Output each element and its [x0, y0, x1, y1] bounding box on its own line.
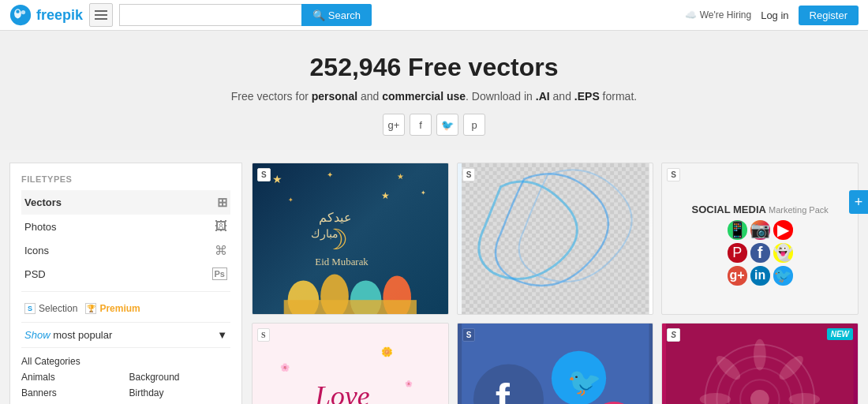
grid-item-love[interactable]: S 🌸 🌼 🌸 🌼 Love Married 🌻 🌻	[252, 323, 449, 404]
svg-text:☽: ☽	[323, 224, 348, 256]
filetypes-label: FILETYPES	[21, 174, 230, 184]
linkedin-icon: in	[750, 266, 770, 286]
login-button[interactable]: Log in	[761, 9, 788, 21]
trophy-icon: 🏆	[87, 305, 95, 312]
google-plus-icon[interactable]: g+	[383, 114, 405, 136]
register-button[interactable]: Register	[799, 6, 859, 25]
vectors-icon: ⊞	[217, 195, 227, 210]
social-apps-grid: 📱 📷 ▶ P f 👻 g+	[728, 220, 793, 286]
logo-text: freepik	[36, 7, 83, 24]
photos-icon: 🖼	[215, 219, 227, 234]
svg-point-3	[21, 10, 25, 14]
facebook-icon: f	[750, 243, 770, 263]
search-button[interactable]: 🔍 Search	[301, 4, 372, 26]
all-categories-item[interactable]: All Categories	[21, 354, 230, 368]
svg-point-16	[350, 280, 382, 314]
svg-text:✦: ✦	[327, 170, 333, 179]
filetype-icons[interactable]: Icons ⌘	[21, 238, 230, 263]
filetype-vectors-label: Vectors	[24, 196, 62, 208]
filetype-psd[interactable]: PSD Ps	[21, 263, 230, 285]
filetype-vectors[interactable]: Vectors ⊞	[21, 190, 230, 215]
shutterstock-badge-fb: S	[462, 328, 476, 342]
selection-label: Selection	[39, 303, 77, 314]
svg-text:Eid Mubarak: Eid Mubarak	[315, 256, 369, 267]
svg-text:★: ★	[272, 173, 282, 185]
show-popular-text: Show most popular	[24, 329, 112, 341]
categories-grid: All Categories Animals Background Banner…	[21, 354, 230, 404]
pinterest-share-icon[interactable]: p	[463, 114, 485, 136]
shutterstock-badge: S	[257, 168, 271, 181]
premium-label: Premium	[99, 303, 140, 314]
shutterstock-badge-love: S	[257, 328, 270, 342]
google-plus-social-icon: g+	[728, 266, 747, 286]
category-animals[interactable]: Animals	[21, 370, 123, 384]
stars-decoration: ★ ★ ✦ ✦ ★ ✦ ☽ عيدكم مبارك Eid Mubarak	[253, 163, 448, 314]
svg-text:عيدكم: عيدكم	[319, 211, 352, 225]
svg-text:Love: Love	[314, 380, 369, 404]
cloud-icon: ☁️	[685, 9, 697, 21]
grid-item-facebook[interactable]: S f 🐦 📷	[457, 323, 654, 404]
hiring-link[interactable]: ☁️ We're Hiring	[685, 9, 751, 21]
svg-text:✦: ✦	[421, 189, 426, 196]
logo-icon	[9, 4, 32, 26]
svg-point-17	[383, 276, 411, 314]
grid-item-wave[interactable]: S	[457, 163, 654, 315]
search-button-label: Search	[328, 9, 361, 21]
svg-point-14	[288, 280, 320, 314]
grid-item-social-media[interactable]: S SOCIAL MEDIA Marketing Pack 📱 📷 ▶ P	[661, 163, 859, 315]
svg-rect-23	[462, 163, 649, 314]
wave-decoration	[458, 163, 653, 314]
twitter-share-icon[interactable]: 🐦	[436, 114, 458, 136]
svg-text:★: ★	[381, 190, 390, 201]
svg-text:🌸: 🌸	[405, 380, 413, 387]
grid-item-eid[interactable]: S ★ ★ ✦ ✦ ★ ✦ ☽ عيدكم مبارك Eid Mubarak	[252, 163, 449, 315]
selection-checkbox[interactable]: S Selection	[24, 303, 77, 314]
shutterstock-badge-pink: S	[667, 328, 680, 342]
hero-title: 252,946 Free vectors	[16, 53, 852, 82]
svg-text:✦: ✦	[288, 196, 294, 204]
shutterstock-badge-social: S	[667, 168, 680, 181]
hamburger-menu[interactable]	[89, 3, 113, 27]
chevron-down-icon: ▼	[217, 329, 227, 341]
selection-checkbox-box: S	[24, 303, 36, 314]
show-popular-dropdown[interactable]: Show most popular ▼	[21, 322, 230, 348]
grid-item-pink-pattern[interactable]: S NEW	[661, 323, 859, 404]
search-input[interactable]	[119, 4, 301, 26]
shutterstock-badge-wave: S	[462, 168, 476, 181]
love-decoration: 🌸 🌼 🌸 🌼 Love Married 🌻 🌻	[253, 324, 448, 404]
hero-description: Free vectors for personal and commercial…	[16, 90, 852, 103]
svg-point-15	[320, 275, 349, 314]
filetype-photos[interactable]: Photos 🖼	[21, 215, 230, 238]
svg-text:🐦: 🐦	[567, 365, 601, 398]
category-banners[interactable]: Banners	[21, 386, 123, 400]
logo: freepik	[9, 4, 83, 26]
svg-text:مبارك: مبارك	[311, 228, 339, 241]
category-birthday[interactable]: Birthday	[129, 386, 231, 400]
facebook-share-icon[interactable]: f	[410, 114, 432, 136]
psd-icon: Ps	[212, 267, 227, 280]
hiring-text: We're Hiring	[700, 9, 751, 21]
youtube-icon: ▶	[773, 220, 793, 240]
svg-text:★: ★	[397, 172, 404, 181]
svg-text:🌼: 🌼	[381, 346, 393, 357]
svg-point-2	[16, 9, 19, 13]
new-badge: NEW	[827, 328, 853, 340]
filetype-icons-label: Icons	[24, 245, 49, 256]
premium-checkbox[interactable]: 🏆 Premium	[85, 303, 140, 314]
content-grid: S ★ ★ ✦ ✦ ★ ✦ ☽ عيدكم مبارك Eid Mubarak	[242, 163, 859, 404]
header: freepik 🔍 Search ☁️ We're Hiring Log in …	[0, 0, 868, 31]
main-content: FILETYPES Vectors ⊞ Photos 🖼 Icons ⌘ PSD…	[0, 150, 868, 404]
filetype-psd-label: PSD	[24, 268, 46, 280]
twitter-icon: 🐦	[773, 266, 793, 286]
category-background[interactable]: Background	[129, 370, 231, 384]
svg-rect-18	[284, 300, 417, 314]
header-right: ☁️ We're Hiring Log in Register	[685, 6, 859, 25]
expand-button[interactable]: +	[849, 190, 868, 214]
filetype-photos-label: Photos	[24, 221, 56, 233]
instagram-icon: 📷	[750, 220, 770, 240]
search-icon: 🔍	[312, 9, 325, 21]
svg-text:f: f	[495, 375, 510, 404]
sidebar: FILETYPES Vectors ⊞ Photos 🖼 Icons ⌘ PSD…	[9, 163, 242, 404]
social-card-header: SOCIAL MEDIA Marketing Pack	[692, 204, 829, 215]
premium-checkbox-box: 🏆	[85, 303, 96, 314]
